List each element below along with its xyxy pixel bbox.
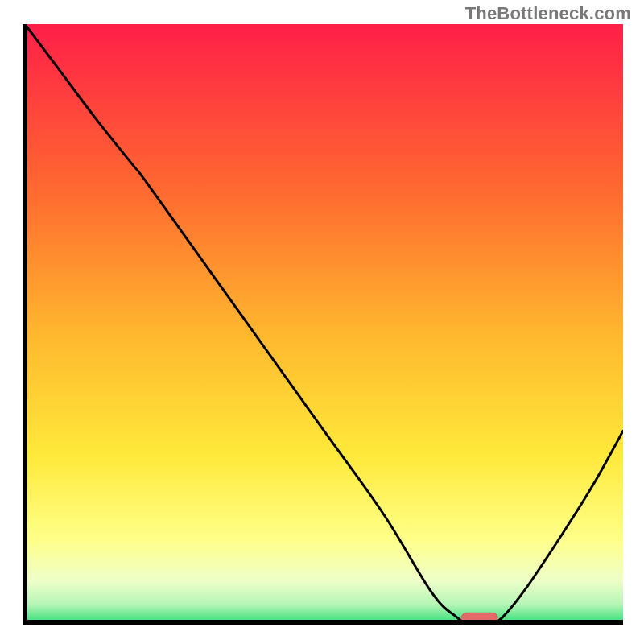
plot-area <box>23 24 623 625</box>
chart-container: TheBottleneck.com <box>0 0 644 644</box>
chart-svg <box>23 24 623 625</box>
watermark-text: TheBottleneck.com <box>465 3 631 24</box>
gradient-background <box>25 24 623 622</box>
